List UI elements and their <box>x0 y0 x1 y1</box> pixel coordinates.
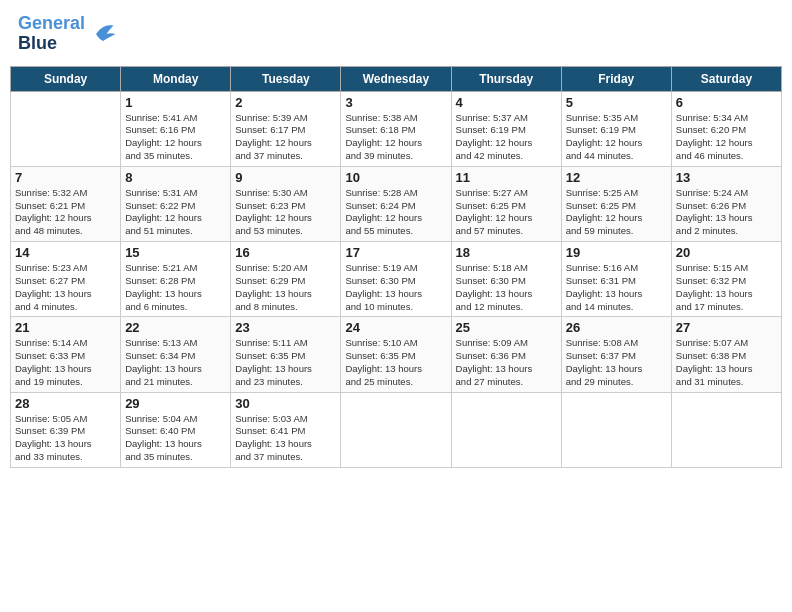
calendar-cell: 4Sunrise: 5:37 AM Sunset: 6:19 PM Daylig… <box>451 91 561 166</box>
cell-info: Sunrise: 5:23 AM Sunset: 6:27 PM Dayligh… <box>15 262 116 313</box>
cell-info: Sunrise: 5:09 AM Sunset: 6:36 PM Dayligh… <box>456 337 557 388</box>
cell-info: Sunrise: 5:03 AM Sunset: 6:41 PM Dayligh… <box>235 413 336 464</box>
weekday-header-thursday: Thursday <box>451 66 561 91</box>
calendar-cell: 18Sunrise: 5:18 AM Sunset: 6:30 PM Dayli… <box>451 242 561 317</box>
cell-info: Sunrise: 5:07 AM Sunset: 6:38 PM Dayligh… <box>676 337 777 388</box>
cell-info: Sunrise: 5:41 AM Sunset: 6:16 PM Dayligh… <box>125 112 226 163</box>
day-number: 13 <box>676 170 777 185</box>
day-number: 28 <box>15 396 116 411</box>
calendar-week-row: 21Sunrise: 5:14 AM Sunset: 6:33 PM Dayli… <box>11 317 782 392</box>
calendar-cell: 5Sunrise: 5:35 AM Sunset: 6:19 PM Daylig… <box>561 91 671 166</box>
cell-info: Sunrise: 5:32 AM Sunset: 6:21 PM Dayligh… <box>15 187 116 238</box>
calendar-cell: 20Sunrise: 5:15 AM Sunset: 6:32 PM Dayli… <box>671 242 781 317</box>
day-number: 17 <box>345 245 446 260</box>
calendar-cell: 25Sunrise: 5:09 AM Sunset: 6:36 PM Dayli… <box>451 317 561 392</box>
calendar-cell: 9Sunrise: 5:30 AM Sunset: 6:23 PM Daylig… <box>231 166 341 241</box>
cell-info: Sunrise: 5:25 AM Sunset: 6:25 PM Dayligh… <box>566 187 667 238</box>
cell-info: Sunrise: 5:37 AM Sunset: 6:19 PM Dayligh… <box>456 112 557 163</box>
calendar-week-row: 28Sunrise: 5:05 AM Sunset: 6:39 PM Dayli… <box>11 392 782 467</box>
calendar-cell: 14Sunrise: 5:23 AM Sunset: 6:27 PM Dayli… <box>11 242 121 317</box>
cell-info: Sunrise: 5:15 AM Sunset: 6:32 PM Dayligh… <box>676 262 777 313</box>
cell-info: Sunrise: 5:14 AM Sunset: 6:33 PM Dayligh… <box>15 337 116 388</box>
day-number: 16 <box>235 245 336 260</box>
day-number: 6 <box>676 95 777 110</box>
calendar-cell: 1Sunrise: 5:41 AM Sunset: 6:16 PM Daylig… <box>121 91 231 166</box>
day-number: 24 <box>345 320 446 335</box>
day-number: 26 <box>566 320 667 335</box>
weekday-header-wednesday: Wednesday <box>341 66 451 91</box>
calendar-cell: 17Sunrise: 5:19 AM Sunset: 6:30 PM Dayli… <box>341 242 451 317</box>
day-number: 20 <box>676 245 777 260</box>
day-number: 15 <box>125 245 226 260</box>
calendar-cell: 15Sunrise: 5:21 AM Sunset: 6:28 PM Dayli… <box>121 242 231 317</box>
calendar-cell: 6Sunrise: 5:34 AM Sunset: 6:20 PM Daylig… <box>671 91 781 166</box>
day-number: 25 <box>456 320 557 335</box>
calendar-cell: 28Sunrise: 5:05 AM Sunset: 6:39 PM Dayli… <box>11 392 121 467</box>
day-number: 23 <box>235 320 336 335</box>
calendar-cell: 29Sunrise: 5:04 AM Sunset: 6:40 PM Dayli… <box>121 392 231 467</box>
cell-info: Sunrise: 5:16 AM Sunset: 6:31 PM Dayligh… <box>566 262 667 313</box>
cell-info: Sunrise: 5:10 AM Sunset: 6:35 PM Dayligh… <box>345 337 446 388</box>
day-number: 22 <box>125 320 226 335</box>
weekday-header-sunday: Sunday <box>11 66 121 91</box>
day-number: 10 <box>345 170 446 185</box>
logo-text: GeneralBlue <box>18 14 85 54</box>
cell-info: Sunrise: 5:13 AM Sunset: 6:34 PM Dayligh… <box>125 337 226 388</box>
calendar-cell: 24Sunrise: 5:10 AM Sunset: 6:35 PM Dayli… <box>341 317 451 392</box>
day-number: 12 <box>566 170 667 185</box>
cell-info: Sunrise: 5:21 AM Sunset: 6:28 PM Dayligh… <box>125 262 226 313</box>
day-number: 11 <box>456 170 557 185</box>
calendar-cell <box>671 392 781 467</box>
calendar-cell: 23Sunrise: 5:11 AM Sunset: 6:35 PM Dayli… <box>231 317 341 392</box>
day-number: 14 <box>15 245 116 260</box>
calendar-week-row: 1Sunrise: 5:41 AM Sunset: 6:16 PM Daylig… <box>11 91 782 166</box>
calendar-cell: 30Sunrise: 5:03 AM Sunset: 6:41 PM Dayli… <box>231 392 341 467</box>
calendar-cell: 21Sunrise: 5:14 AM Sunset: 6:33 PM Dayli… <box>11 317 121 392</box>
day-number: 30 <box>235 396 336 411</box>
cell-info: Sunrise: 5:38 AM Sunset: 6:18 PM Dayligh… <box>345 112 446 163</box>
cell-info: Sunrise: 5:27 AM Sunset: 6:25 PM Dayligh… <box>456 187 557 238</box>
cell-info: Sunrise: 5:19 AM Sunset: 6:30 PM Dayligh… <box>345 262 446 313</box>
cell-info: Sunrise: 5:05 AM Sunset: 6:39 PM Dayligh… <box>15 413 116 464</box>
calendar-cell: 2Sunrise: 5:39 AM Sunset: 6:17 PM Daylig… <box>231 91 341 166</box>
weekday-header-monday: Monday <box>121 66 231 91</box>
calendar-cell <box>561 392 671 467</box>
day-number: 5 <box>566 95 667 110</box>
calendar-cell: 10Sunrise: 5:28 AM Sunset: 6:24 PM Dayli… <box>341 166 451 241</box>
cell-info: Sunrise: 5:34 AM Sunset: 6:20 PM Dayligh… <box>676 112 777 163</box>
weekday-header-row: SundayMondayTuesdayWednesdayThursdayFrid… <box>11 66 782 91</box>
calendar-week-row: 7Sunrise: 5:32 AM Sunset: 6:21 PM Daylig… <box>11 166 782 241</box>
calendar-cell: 22Sunrise: 5:13 AM Sunset: 6:34 PM Dayli… <box>121 317 231 392</box>
cell-info: Sunrise: 5:24 AM Sunset: 6:26 PM Dayligh… <box>676 187 777 238</box>
logo-bird-icon <box>89 20 117 48</box>
day-number: 8 <box>125 170 226 185</box>
day-number: 7 <box>15 170 116 185</box>
calendar-cell: 7Sunrise: 5:32 AM Sunset: 6:21 PM Daylig… <box>11 166 121 241</box>
calendar-cell <box>11 91 121 166</box>
cell-info: Sunrise: 5:18 AM Sunset: 6:30 PM Dayligh… <box>456 262 557 313</box>
cell-info: Sunrise: 5:04 AM Sunset: 6:40 PM Dayligh… <box>125 413 226 464</box>
cell-info: Sunrise: 5:20 AM Sunset: 6:29 PM Dayligh… <box>235 262 336 313</box>
calendar-cell: 19Sunrise: 5:16 AM Sunset: 6:31 PM Dayli… <box>561 242 671 317</box>
calendar-cell: 8Sunrise: 5:31 AM Sunset: 6:22 PM Daylig… <box>121 166 231 241</box>
day-number: 2 <box>235 95 336 110</box>
cell-info: Sunrise: 5:31 AM Sunset: 6:22 PM Dayligh… <box>125 187 226 238</box>
calendar-cell <box>451 392 561 467</box>
weekday-header-saturday: Saturday <box>671 66 781 91</box>
day-number: 4 <box>456 95 557 110</box>
weekday-header-tuesday: Tuesday <box>231 66 341 91</box>
cell-info: Sunrise: 5:39 AM Sunset: 6:17 PM Dayligh… <box>235 112 336 163</box>
logo: GeneralBlue <box>18 14 117 54</box>
day-number: 27 <box>676 320 777 335</box>
page-header: GeneralBlue <box>10 10 782 58</box>
cell-info: Sunrise: 5:30 AM Sunset: 6:23 PM Dayligh… <box>235 187 336 238</box>
calendar-cell: 16Sunrise: 5:20 AM Sunset: 6:29 PM Dayli… <box>231 242 341 317</box>
calendar-cell: 27Sunrise: 5:07 AM Sunset: 6:38 PM Dayli… <box>671 317 781 392</box>
calendar-week-row: 14Sunrise: 5:23 AM Sunset: 6:27 PM Dayli… <box>11 242 782 317</box>
calendar-cell: 3Sunrise: 5:38 AM Sunset: 6:18 PM Daylig… <box>341 91 451 166</box>
day-number: 3 <box>345 95 446 110</box>
calendar-cell: 12Sunrise: 5:25 AM Sunset: 6:25 PM Dayli… <box>561 166 671 241</box>
calendar-cell: 13Sunrise: 5:24 AM Sunset: 6:26 PM Dayli… <box>671 166 781 241</box>
cell-info: Sunrise: 5:35 AM Sunset: 6:19 PM Dayligh… <box>566 112 667 163</box>
cell-info: Sunrise: 5:28 AM Sunset: 6:24 PM Dayligh… <box>345 187 446 238</box>
